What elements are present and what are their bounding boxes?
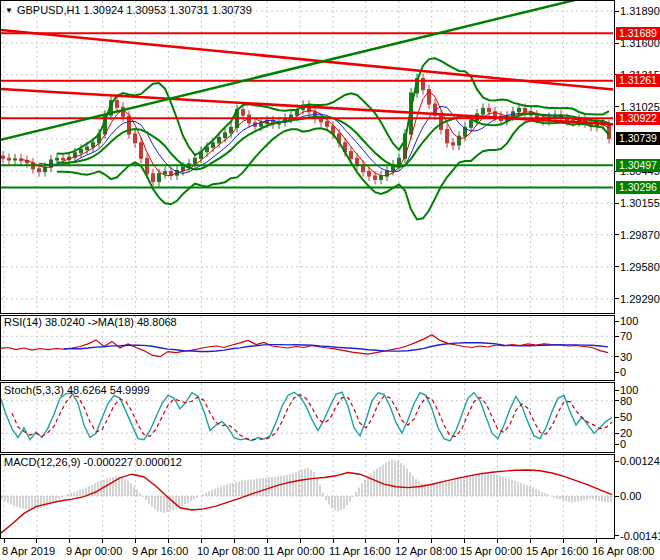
time-axis-label: 15 Apr 16:00 [526, 545, 588, 557]
trading-chart-window: ▼GBPUSD,H1 1.30924 1.30953 1.30731 1.307… [0, 0, 660, 560]
stoch-tick-label: 80 [620, 395, 632, 407]
current-price-badge: 1.30739 [616, 132, 660, 145]
stoch-tick-label: 0 [620, 438, 626, 450]
time-axis-label: 9 Apr 00:00 [66, 545, 122, 557]
rsi-pane-label: RSI(14) 38.0240 ->MA(18) 48.8068 [4, 316, 177, 328]
time-axis-label: 11 Apr 00:00 [263, 545, 325, 557]
time-axis-label: 15 Apr 00:00 [460, 545, 522, 557]
price-tick-label: 1.31890 [620, 5, 660, 17]
price-tick-label: 1.29870 [620, 229, 660, 241]
price-level-badge: 1.31689 [616, 27, 660, 40]
macd-tick-label: -0.001414 [620, 530, 660, 542]
time-axis-label: 16 Apr 08:00 [592, 545, 654, 557]
macd-pane-label: MACD(12,26,9) -0.000227 0.000012 [4, 456, 182, 468]
time-axis-label: 12 Apr 08:00 [395, 545, 457, 557]
time-axis-label: 8 Apr 2019 [2, 545, 55, 557]
time-axis-label: 9 Apr 16:00 [132, 545, 188, 557]
rsi-tick-label: 0 [620, 366, 626, 378]
rsi-tick-label: 100 [620, 315, 638, 327]
rsi-tick-label: 30 [620, 351, 632, 363]
stoch-tick-label: 50 [620, 411, 632, 423]
price-chart-canvas[interactable] [0, 0, 660, 560]
macd-tick-label: 0.00 [620, 490, 641, 502]
price-tick-label: 1.30155 [620, 197, 660, 209]
price-tick-label: 1.29580 [620, 261, 660, 273]
main-pane [0, 0, 660, 312]
price-level-badge: 1.31261 [616, 74, 660, 87]
price-level-badge: 1.30296 [616, 181, 660, 194]
stoch-pane-label: Stoch(5,3,3) 48.6264 54.9999 [4, 384, 150, 396]
time-axis-label: 11 Apr 16:00 [329, 545, 391, 557]
macd-tick-label: 0.001249 [620, 455, 660, 467]
chart-title: ▼GBPUSD,H1 1.30924 1.30953 1.30731 1.307… [5, 4, 252, 16]
symbol-dropdown-icon[interactable]: ▼ [5, 6, 13, 15]
chart-title-text: GBPUSD,H1 1.30924 1.30953 1.30731 1.3073… [17, 4, 252, 16]
price-tick-label: 1.29290 [620, 293, 660, 305]
price-level-badge: 1.30922 [616, 112, 660, 125]
rsi-tick-label: 70 [620, 330, 632, 342]
time-axis-label: 10 Apr 08:00 [197, 545, 259, 557]
price-level-badge: 1.30497 [616, 159, 660, 172]
